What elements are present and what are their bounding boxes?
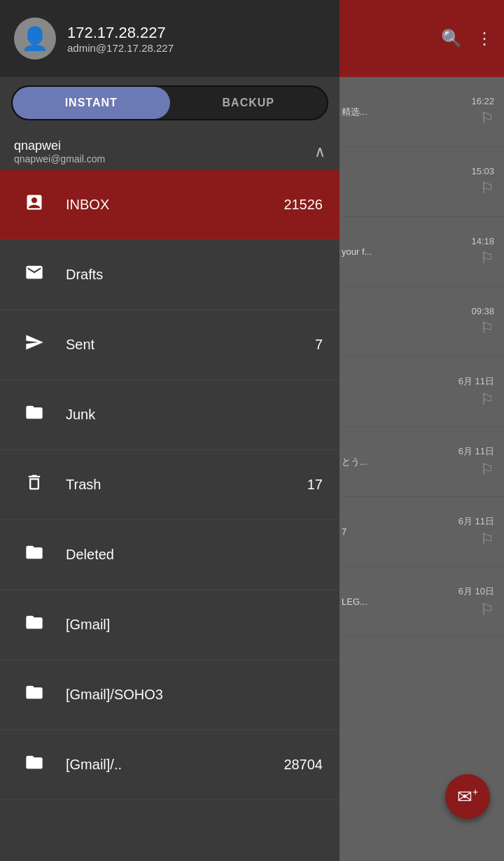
flag-icon: ⚐	[480, 249, 494, 267]
email-list-item[interactable]: とう... 6月 11日 ⚐	[336, 427, 504, 497]
gmail-label: [Gmail]	[66, 617, 323, 633]
email-time: 14:18	[471, 236, 494, 246]
account-gmail: qnapwei@gmail.com	[14, 153, 105, 164]
email-preview: your f...	[342, 246, 372, 257]
flag-icon: ⚐	[480, 319, 494, 337]
email-list-item[interactable]: LEG... 6月 10日 ⚐	[336, 567, 504, 637]
email-preview: 精选...	[342, 106, 368, 118]
folder-item-trash[interactable]: Trash 17	[0, 450, 340, 520]
folder-item-gmailsoho3[interactable]: [Gmail]/SOHO3	[0, 660, 340, 730]
toggle-container: INSTANT BACKUP	[11, 85, 328, 120]
folder-item-inbox[interactable]: INBOX 21526	[0, 170, 340, 240]
gmailother-icon	[17, 752, 52, 777]
toggle-backup[interactable]: BACKUP	[170, 87, 328, 119]
folder-item-deleted[interactable]: Deleted	[0, 520, 340, 590]
email-time: 6月 10日	[458, 585, 494, 598]
email-preview: とう...	[342, 456, 368, 468]
gmail-icon	[17, 612, 52, 637]
email-time: 6月 11日	[458, 375, 494, 388]
email-time: 09:38	[471, 306, 494, 316]
more-icon[interactable]: ⋮	[476, 29, 493, 48]
folder-item-sent[interactable]: Sent 7	[0, 310, 340, 380]
email-list-right: 精选... 16:22 ⚐ 15:03 ⚐ your f... 14:18 ⚐ …	[336, 77, 504, 637]
flag-icon: ⚐	[480, 461, 494, 479]
compose-icon: ✉+	[457, 786, 478, 808]
flag-icon: ⚐	[480, 179, 494, 197]
drafts-label: Drafts	[66, 267, 323, 283]
avatar: 👤	[14, 18, 56, 59]
flag-icon: ⚐	[480, 531, 494, 549]
search-icon[interactable]: 🔍	[441, 29, 462, 48]
folder-item-junk[interactable]: Junk	[0, 380, 340, 450]
trash-label: Trash	[66, 477, 307, 493]
email-list-item[interactable]: your f... 14:18 ⚐	[336, 217, 504, 287]
email-preview: LEG...	[342, 596, 368, 607]
email-list-item[interactable]: 6月 11日 ⚐	[336, 357, 504, 427]
deleted-label: Deleted	[66, 547, 323, 563]
avatar-icon: 👤	[21, 25, 49, 52]
account-name: qnapwei	[14, 139, 105, 153]
trash-icon	[17, 472, 52, 497]
gmailother-count: 28704	[284, 757, 323, 773]
gmailsoho3-icon	[17, 682, 52, 707]
compose-fab[interactable]: ✉+	[445, 774, 490, 819]
gmailsoho3-label: [Gmail]/SOHO3	[66, 687, 323, 703]
flag-icon: ⚐	[480, 109, 494, 127]
email-list-item[interactable]: 15:03 ⚐	[336, 147, 504, 217]
inbox-count: 21526	[284, 197, 323, 213]
header-ip: 172.17.28.227	[67, 24, 174, 42]
toggle-row: INSTANT BACKUP	[0, 77, 340, 129]
toggle-instant[interactable]: INSTANT	[13, 87, 170, 119]
flag-icon: ⚐	[480, 391, 494, 409]
junk-icon	[17, 402, 52, 427]
folder-item-drafts[interactable]: Drafts	[0, 240, 340, 310]
header-info: 172.17.28.227 admin@172.17.28.227	[67, 24, 174, 54]
deleted-icon	[17, 542, 52, 567]
inbox-label: INBOX	[66, 197, 284, 213]
trash-count: 17	[307, 477, 323, 493]
email-time: 15:03	[471, 166, 494, 176]
gmailother-label: [Gmail]/..	[66, 757, 284, 773]
account-info: qnapwei qnapwei@gmail.com	[14, 139, 105, 164]
inbox-icon	[17, 192, 52, 217]
sidebar: 👤 172.17.28.227 admin@172.17.28.227 INST…	[0, 0, 340, 861]
email-list-item[interactable]: 09:38 ⚐	[336, 287, 504, 357]
sidebar-header: 👤 172.17.28.227 admin@172.17.28.227	[0, 0, 340, 77]
sent-label: Sent	[66, 337, 315, 353]
email-preview: 7	[342, 526, 346, 537]
top-right-bar: 🔍 ⋮	[336, 0, 504, 77]
folder-item-gmailother[interactable]: [Gmail]/.. 28704	[0, 730, 340, 800]
account-row[interactable]: qnapwei qnapwei@gmail.com ∧	[0, 129, 340, 170]
chevron-up-icon: ∧	[314, 143, 326, 161]
folder-list: INBOX 21526 Drafts Sent 7 Junk Trash 17 …	[0, 170, 340, 861]
email-list-item[interactable]: 精选... 16:22 ⚐	[336, 77, 504, 147]
header-email: admin@172.17.28.227	[67, 42, 174, 54]
email-list-item[interactable]: 7 6月 11日 ⚐	[336, 497, 504, 567]
email-time: 6月 11日	[458, 515, 494, 528]
email-time: 16:22	[471, 96, 494, 106]
email-time: 6月 11日	[458, 445, 494, 458]
sent-count: 7	[315, 337, 323, 353]
flag-icon: ⚐	[480, 601, 494, 619]
sent-icon	[17, 332, 52, 357]
folder-item-gmail[interactable]: [Gmail]	[0, 590, 340, 660]
drafts-icon	[17, 262, 52, 287]
junk-label: Junk	[66, 407, 323, 423]
